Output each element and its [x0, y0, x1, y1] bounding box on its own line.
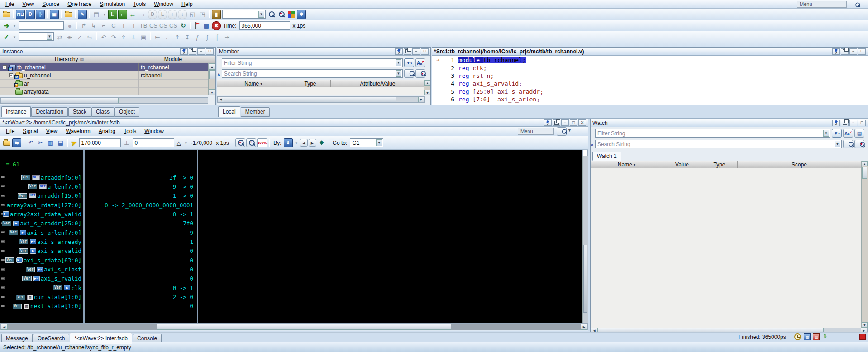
integ2-icon[interactable]: ⌠ — [213, 33, 222, 42]
chevron-down-icon[interactable]: ▼ — [258, 11, 264, 18]
by-mode-icon[interactable]: ⇕ — [284, 138, 293, 147]
next-result-icon[interactable]: ↓ — [178, 10, 187, 19]
source-line-4[interactable]: 4reg axi_s_arvalid; — [432, 80, 868, 87]
maximize-icon[interactable]: □ — [421, 48, 429, 55]
trace-cs1-icon[interactable]: CS — [149, 21, 158, 30]
menu-onetrace[interactable]: OneTrace — [63, 0, 95, 8]
watch-filter-icon[interactable]: ▼▾ — [832, 129, 842, 138]
redo-icon[interactable]: ↷ — [109, 33, 118, 42]
clock-icon[interactable] — [794, 333, 801, 340]
member-hscrollbar[interactable]: ◀ ▶ — [217, 96, 425, 103]
nwave-titlebar[interactable]: *<nWave:2> /home/ICer/ic_prjs/mc/sim/int… — [0, 119, 588, 127]
pin-icon[interactable] — [832, 48, 840, 55]
nwave-menu-waveform[interactable]: Waveform — [62, 128, 95, 135]
apps-icon[interactable] — [288, 11, 295, 18]
undo-icon[interactable]: ↶ — [99, 33, 108, 42]
crossprobe-icon[interactable]: ⇋ — [85, 33, 94, 42]
page-up-icon[interactable]: ⇧ — [119, 33, 128, 42]
flag-icon[interactable] — [193, 22, 200, 29]
delta-drop-icon[interactable]: ▾ — [183, 138, 189, 147]
trace-t2-icon[interactable]: T — [129, 21, 138, 30]
watch-column-name[interactable]: Name ▾ — [591, 161, 663, 168]
verdi-home-icon[interactable]: ✱ — [297, 10, 306, 19]
trace-cs3-icon[interactable]: CS — [169, 21, 178, 30]
scroll-tabs-icon[interactable]: ⇅ — [822, 333, 829, 340]
dock-icon[interactable] — [553, 119, 560, 126]
trace-t-icon[interactable]: T — [119, 21, 128, 30]
trace-driver-icon[interactable]: D — [148, 10, 157, 19]
watch-column-header[interactable]: Name ▾ValueTypeScope — [591, 161, 861, 169]
pin-icon[interactable] — [544, 119, 552, 126]
member-collapse-icon[interactable]: ᴧ — [218, 72, 220, 76]
member-search-all-icon[interactable]: ▾ — [415, 69, 425, 78]
tab-stack[interactable]: Stack — [68, 107, 91, 117]
message-severity-icon[interactable]: ▥ — [813, 333, 820, 340]
signal-name-cur-state-1-0-[interactable]: Ver▨cur_state[1:0] — [0, 293, 83, 301]
wave-group-label[interactable]: ≡ G1 — [6, 161, 19, 168]
nwave-menu-signal[interactable]: Signal — [19, 128, 42, 135]
nwave-menu-file[interactable]: File — [2, 128, 19, 135]
bottom-tab--nwave-2-inter-fsdb[interactable]: *<nWave:2> inter.fsdb — [70, 333, 132, 344]
nwave-menu-tools[interactable]: Tools — [119, 128, 140, 135]
signal-name-arcaddr-5-0-[interactable]: VerNETarcaddr[5:0] — [0, 173, 83, 181]
nav-back-icon[interactable]: ← — [128, 10, 137, 19]
next-edge-icon[interactable]: ▶ — [309, 139, 316, 147]
member-column-attribute-value[interactable]: Attribute/Value — [331, 80, 425, 87]
dock-icon[interactable] — [841, 48, 849, 55]
trace-load-icon[interactable]: L — [158, 10, 167, 19]
tree-row-u_rchannel[interactable]: +Mu_rchannelrchannel — [0, 71, 208, 80]
nav-forward-icon[interactable]: → — [138, 10, 147, 19]
maximize-icon[interactable]: □ — [858, 120, 866, 126]
go-icon[interactable]: ➜ — [2, 21, 11, 30]
main-menu-button[interactable]: Menu — [797, 1, 847, 8]
func-icon[interactable]: ƒ — [193, 33, 202, 42]
zoom-fit-icon[interactable]: 100% — [257, 138, 267, 147]
minimize-icon[interactable]: − — [849, 48, 857, 55]
integ-icon[interactable]: ∫ — [203, 33, 212, 42]
marker-pick-icon[interactable]: ⊥ — [122, 138, 131, 147]
watch-search-input[interactable]: Search String▼ — [595, 140, 842, 148]
restore-signal-icon[interactable]: ⇆ — [12, 138, 21, 147]
signal-find-combo[interactable]: ▼ — [222, 10, 266, 19]
dock-icon[interactable] — [841, 120, 849, 126]
member-filter-input[interactable]: Filter String▼ — [222, 58, 403, 67]
pause-icon[interactable]: ● — [65, 21, 74, 30]
kill-icon[interactable]: ✖ — [212, 21, 221, 30]
prev-result-icon[interactable]: ↑ — [168, 10, 177, 19]
menu-view[interactable]: View — [18, 0, 38, 8]
source-line-2[interactable]: 2reg clk; — [432, 64, 868, 71]
pin-icon[interactable] — [395, 48, 403, 55]
select-cursor-icon[interactable]: ➤ — [70, 138, 78, 147]
source-window-icon[interactable]: ▣ — [50, 10, 59, 19]
signal-name-array2axi-rdata-127-0-[interactable]: array2axi_rdata[127:0] — [0, 201, 83, 209]
watch-search-icon[interactable] — [843, 140, 853, 148]
watch-column-scope[interactable]: Scope — [738, 161, 861, 168]
memory-usage-icon[interactable]: ▦ — [804, 333, 811, 340]
tree-row-arrayrdata[interactable]: arrayrdata — [0, 88, 208, 95]
chevron-down-icon[interactable]: ▼ — [376, 139, 382, 146]
member-case-icon[interactable]: Aa≠ — [415, 58, 425, 67]
copy-icon[interactable]: ▥ — [46, 138, 55, 147]
wave-signal-names-panel[interactable]: ≡ G1VerNETarcaddr[5:0]VerNETarlen[7:0]Ve… — [0, 150, 83, 324]
goto-line-icon[interactable]: L — [108, 10, 117, 19]
open-fsdb-icon[interactable] — [3, 141, 10, 146]
new-report-icon[interactable]: ▤ — [202, 21, 211, 30]
expander-icon[interactable]: + — [9, 73, 13, 77]
window-split-icon[interactable]: ◱ — [188, 10, 197, 19]
minimize-icon[interactable]: − — [849, 120, 857, 126]
member-column-header[interactable]: Name ▾TypeAttribute/Value — [217, 80, 425, 88]
chevron-down-icon[interactable]: ▼ — [47, 33, 52, 40]
source-line-5[interactable]: 5reg [25:0] axi_s_araddr; — [432, 88, 868, 95]
instance-column-header[interactable]: Hierarchy ▤Module — [0, 56, 215, 63]
paste-drop-icon[interactable]: ▾ — [102, 10, 107, 19]
menu-window[interactable]: Window — [150, 0, 177, 8]
watch-case-icon[interactable]: Aa≠ — [843, 129, 853, 138]
member-column-type[interactable]: Type — [290, 80, 331, 87]
wave-signal-values-panel[interactable]: 3f -> 09 -> 01 -> 00 -> 2_0000_0000_0000… — [85, 150, 197, 324]
nwave-menu-button[interactable]: Menu — [518, 128, 554, 135]
source-line-1[interactable]: ➔1module tb_rchannel; — [432, 56, 868, 64]
stack-windows-icon[interactable]: ❖ — [317, 138, 326, 147]
nwave-menu-view[interactable]: View — [42, 128, 62, 135]
member-column-name[interactable]: Name ▾ — [217, 80, 290, 87]
source-code[interactable]: ➔1module tb_rchannel;2reg clk;3reg rst_n… — [432, 56, 868, 109]
